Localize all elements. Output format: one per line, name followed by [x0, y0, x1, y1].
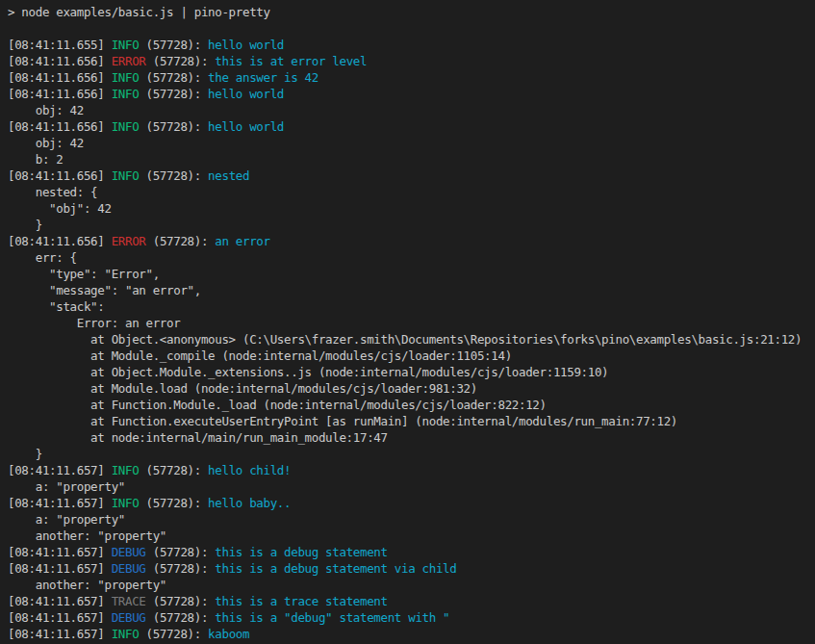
log-detail-line: }	[8, 446, 815, 462]
detail-text: Error: an error	[8, 316, 180, 330]
log-line: [08:41:11.657] DEBUG (57728): this is a …	[8, 609, 815, 626]
log-level: ERROR	[112, 234, 146, 248]
log-pid: (57728):	[139, 38, 208, 52]
log-detail-line: Error: an error	[8, 315, 815, 331]
log-level: INFO	[112, 38, 140, 52]
blank-line	[8, 20, 815, 37]
log-message: the answer is 42	[208, 70, 318, 85]
detail-text: "type": "Error",	[8, 267, 160, 281]
detail-text: at Function.Module._load (node:internal/…	[8, 398, 547, 412]
detail-text: at Object.<anonymous> (C:\Users\frazer.s…	[8, 332, 802, 347]
log-timestamp: [08:41:11.656]	[8, 54, 112, 68]
log-level: DEBUG	[112, 561, 146, 576]
log-pid: (57728):	[146, 234, 216, 248]
log-pid: (57728):	[139, 70, 208, 85]
detail-text: err: {	[8, 250, 77, 265]
log-line: [08:41:11.656] INFO (57728): hello world	[8, 86, 815, 102]
detail-text: }	[8, 218, 42, 232]
log-detail-line: another: "property"	[8, 577, 815, 593]
log-pid: (57728):	[146, 610, 216, 625]
log-timestamp: [08:41:11.657]	[8, 561, 112, 576]
detail-text: at Object.Module._extensions..js (node:i…	[8, 365, 608, 379]
log-message: hello world	[208, 119, 284, 134]
log-line: [08:41:11.657] DEBUG (57728): this is a …	[8, 560, 815, 577]
detail-text: at Function.executeUserEntryPoint [as ru…	[8, 414, 677, 428]
log-message: hello world	[208, 38, 284, 52]
log-detail-line: obj: 42	[8, 102, 815, 118]
detail-text: a: "property"	[8, 479, 125, 494]
log-timestamp: [08:41:11.657]	[8, 610, 112, 625]
detail-text: "obj": 42	[8, 201, 112, 216]
log-message: kaboom	[208, 627, 249, 641]
log-pid: (57728):	[139, 119, 208, 134]
detail-text: b: 2	[8, 152, 63, 167]
log-detail-line: at Function.Module._load (node:internal/…	[8, 397, 815, 413]
log-detail-line: at Module._compile (node:internal/module…	[8, 348, 815, 364]
log-level: INFO	[112, 496, 140, 510]
log-pid: (57728):	[146, 545, 216, 559]
log-detail-line: "stack":	[8, 298, 815, 315]
log-message: nested	[208, 168, 249, 183]
log-timestamp: [08:41:11.657]	[8, 594, 112, 608]
detail-text: at Module._compile (node:internal/module…	[8, 348, 512, 363]
log-detail-line: a: "property"	[8, 478, 815, 495]
log-detail-line: at Module.load (node:internal/modules/cj…	[8, 380, 815, 397]
log-detail-line: obj: 42	[8, 135, 815, 151]
log-level: INFO	[112, 70, 140, 85]
detail-text: nested: {	[8, 185, 97, 199]
detail-text: another: "property"	[8, 578, 166, 592]
log-detail-line: "message": "an error",	[8, 282, 815, 298]
log-level: TRACE	[112, 594, 146, 608]
log-message: an error	[215, 234, 269, 248]
log-pid: (57728):	[146, 594, 216, 608]
log-line: [08:41:11.657] INFO (57728): hello child…	[8, 462, 815, 478]
log-line: [08:41:11.656] INFO (57728): the answer …	[8, 69, 815, 86]
log-detail-line: err: {	[8, 249, 815, 266]
terminal-output: > node examples/basic.js | pino-pretty […	[8, 4, 815, 642]
log-timestamp: [08:41:11.657]	[8, 463, 112, 477]
log-detail-line: at Object.<anonymous> (C:\Users\frazer.s…	[8, 331, 815, 348]
command-text: > node examples/basic.js | pino-pretty	[8, 5, 270, 19]
log-message: this is a debug statement via child	[215, 561, 456, 576]
log-level: DEBUG	[112, 545, 146, 559]
log-timestamp: [08:41:11.656]	[8, 87, 112, 101]
log-pid: (57728):	[139, 496, 208, 510]
log-timestamp: [08:41:11.656]	[8, 234, 112, 248]
log-detail-line: at Object.Module._extensions..js (node:i…	[8, 364, 815, 380]
log-detail-line: }	[8, 217, 815, 233]
detail-text: at node:internal/main/run_main_module:17…	[8, 430, 388, 445]
log-line: [08:41:11.655] INFO (57728): hello world	[8, 37, 815, 53]
log-timestamp: [08:41:11.656]	[8, 119, 112, 134]
detail-text: "message": "an error",	[8, 283, 201, 297]
log-line: [08:41:11.656] INFO (57728): hello world	[8, 118, 815, 135]
log-message: this is at error level	[215, 54, 367, 68]
log-detail-line: another: "property"	[8, 528, 815, 544]
log-detail-line: "type": "Error",	[8, 266, 815, 282]
log-timestamp: [08:41:11.656]	[8, 168, 112, 183]
log-level: ERROR	[112, 54, 146, 68]
log-line: [08:41:11.656] ERROR (57728): this is at…	[8, 53, 815, 69]
log-line: [08:41:11.656] INFO (57728): nested	[8, 167, 815, 184]
log-message: hello world	[208, 87, 284, 101]
command-line: > node examples/basic.js | pino-pretty	[8, 4, 815, 20]
detail-text: "stack":	[8, 299, 104, 314]
log-detail-line: nested: {	[8, 184, 815, 200]
log-level: INFO	[112, 168, 140, 183]
log-level: INFO	[112, 119, 140, 134]
log-pid: (57728):	[146, 561, 216, 576]
log-pid: (57728):	[139, 627, 208, 641]
log-line: [08:41:11.656] ERROR (57728): an error	[8, 233, 815, 249]
log-line: [08:41:11.657] INFO (57728): kaboom	[8, 626, 815, 642]
log-pid: (57728):	[139, 463, 208, 477]
log-line: [08:41:11.657] TRACE (57728): this is a …	[8, 593, 815, 609]
log-level: INFO	[112, 87, 140, 101]
log-line: [08:41:11.657] DEBUG (57728): this is a …	[8, 544, 815, 560]
log-detail-line: b: 2	[8, 151, 815, 167]
log-message: hello child!	[208, 463, 291, 477]
detail-text: at Module.load (node:internal/modules/cj…	[8, 381, 477, 396]
log-message: this is a debug statement	[215, 545, 387, 559]
log-detail-line: at node:internal/main/run_main_module:17…	[8, 429, 815, 446]
detail-text: }	[8, 447, 42, 461]
detail-text: a: "property"	[8, 512, 125, 527]
terminal-screen[interactable]: > node examples/basic.js | pino-pretty […	[0, 0, 815, 644]
